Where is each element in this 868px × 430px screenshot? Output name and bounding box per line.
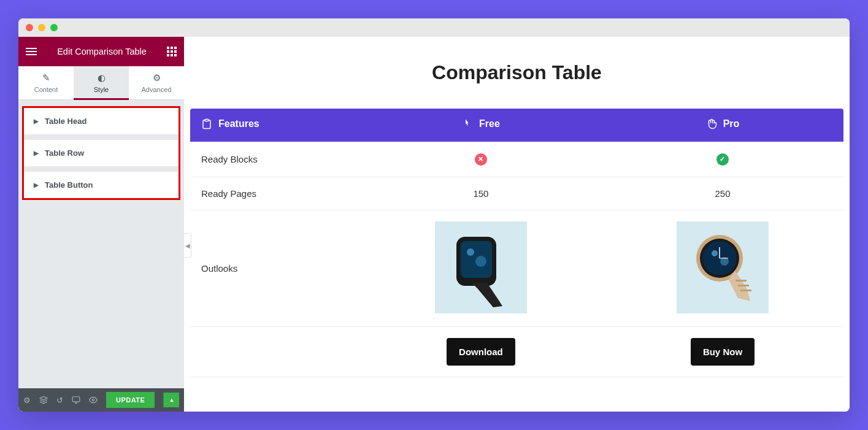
window-titlebar xyxy=(18,18,850,37)
header-free: Free xyxy=(360,109,602,142)
table-row: Outlooks xyxy=(190,210,843,326)
tab-label: Style xyxy=(94,86,109,93)
history-icon[interactable]: ↺ xyxy=(56,396,63,405)
cell-value: 250 xyxy=(602,177,843,210)
section-label: Table Row xyxy=(45,148,84,158)
svg-point-10 xyxy=(475,256,486,267)
section-table-button[interactable]: ▶ Table Button xyxy=(24,172,179,198)
header-label: Pro xyxy=(723,118,740,129)
gear-icon: ⚙ xyxy=(129,72,184,83)
svg-rect-19 xyxy=(735,280,747,282)
svg-rect-1 xyxy=(72,397,80,402)
caret-right-icon: ▶ xyxy=(34,182,39,188)
svg-point-9 xyxy=(467,248,474,256)
tab-label: Advanced xyxy=(142,86,172,93)
header-features: Features xyxy=(190,109,360,142)
cell-check: ✓ xyxy=(602,142,843,177)
table-header-row: Features Free xyxy=(190,109,843,142)
maximize-window-button[interactable] xyxy=(50,24,58,31)
svg-marker-0 xyxy=(40,396,47,400)
section-table-row[interactable]: ▶ Table Row xyxy=(24,140,179,167)
action-cell: Buy Now xyxy=(602,326,843,377)
product-image-free xyxy=(435,221,527,313)
row-label: Ready Blocks xyxy=(190,142,360,177)
preview-icon[interactable] xyxy=(89,396,98,404)
preview-canvas: Comparison Table Features xyxy=(184,37,850,412)
download-button[interactable]: Download xyxy=(447,338,515,366)
cell-cross: ✕ xyxy=(360,142,602,177)
widgets-panel-button[interactable] xyxy=(167,47,177,56)
editor-sidebar: Edit Comparison Table ✎ Content ◐ Style xyxy=(18,37,184,412)
caret-right-icon: ▶ xyxy=(34,150,39,156)
style-sections: ▶ Table Head ▶ Table Row ▶ Table Button xyxy=(18,100,184,206)
navigator-icon[interactable] xyxy=(39,396,48,404)
table-row: Ready Blocks ✕ ✓ xyxy=(190,142,843,177)
header-label: Free xyxy=(479,118,500,129)
check-icon: ✓ xyxy=(716,153,729,166)
pointer-icon xyxy=(462,118,473,129)
cross-icon: ✕ xyxy=(475,153,487,166)
tab-advanced[interactable]: ⚙ Advanced xyxy=(129,66,184,99)
table-action-row: Download Buy Now xyxy=(190,326,843,377)
app-body: Edit Comparison Table ✎ Content ◐ Style xyxy=(18,37,850,412)
header-pro: Pro xyxy=(602,109,843,142)
buy-now-button[interactable]: Buy Now xyxy=(691,338,755,366)
style-icon: ◐ xyxy=(74,72,129,83)
update-options-button[interactable]: ▲ xyxy=(163,393,179,407)
minimize-window-button[interactable] xyxy=(38,24,45,31)
svg-point-4 xyxy=(92,399,94,401)
divider xyxy=(24,135,179,140)
sidebar-title: Edit Comparison Table xyxy=(49,47,155,56)
settings-icon[interactable]: ⚙ xyxy=(23,396,31,405)
cell-image xyxy=(602,210,843,326)
pencil-icon: ✎ xyxy=(18,72,74,83)
svg-rect-21 xyxy=(740,290,751,291)
section-label: Table Button xyxy=(45,180,93,190)
section-table-head[interactable]: ▶ Table Head xyxy=(24,108,179,135)
page-title: Comparison Table xyxy=(184,61,850,84)
action-cell: Download xyxy=(360,326,602,377)
row-label: Ready Pages xyxy=(190,177,360,210)
sidebar-footer: ⚙ ↺ UPDATE ▲ xyxy=(18,388,184,412)
cell-value: 150 xyxy=(360,177,602,210)
clipboard-icon xyxy=(201,118,212,129)
menu-button[interactable] xyxy=(26,46,37,57)
hand-icon xyxy=(706,118,717,129)
divider xyxy=(24,167,179,172)
app-window: Edit Comparison Table ✎ Content ◐ Style xyxy=(18,18,850,412)
svg-rect-5 xyxy=(205,120,209,121)
tab-label: Content xyxy=(34,86,58,93)
highlighted-sections: ▶ Table Head ▶ Table Row ▶ Table Button xyxy=(22,106,180,200)
product-image-pro xyxy=(677,221,769,313)
tab-style[interactable]: ◐ Style xyxy=(74,66,129,99)
sidebar-header: Edit Comparison Table xyxy=(18,37,184,66)
editor-tabs: ✎ Content ◐ Style ⚙ Advanced xyxy=(18,66,184,100)
header-label: Features xyxy=(218,118,259,129)
svg-rect-20 xyxy=(738,285,749,286)
collapse-sidebar-button[interactable]: ◀ xyxy=(184,233,191,258)
caret-right-icon: ▶ xyxy=(34,118,39,125)
empty-cell xyxy=(190,326,360,377)
close-window-button[interactable] xyxy=(26,24,33,31)
section-label: Table Head xyxy=(45,117,86,126)
table-row: Ready Pages 150 250 xyxy=(190,177,843,210)
cell-image xyxy=(360,210,602,326)
row-label: Outlooks xyxy=(190,210,360,326)
tab-content[interactable]: ✎ Content xyxy=(18,66,74,99)
comparison-table: Features Free xyxy=(190,109,843,377)
svg-point-15 xyxy=(712,250,718,256)
update-button[interactable]: UPDATE xyxy=(106,392,155,408)
responsive-icon[interactable] xyxy=(72,396,80,404)
